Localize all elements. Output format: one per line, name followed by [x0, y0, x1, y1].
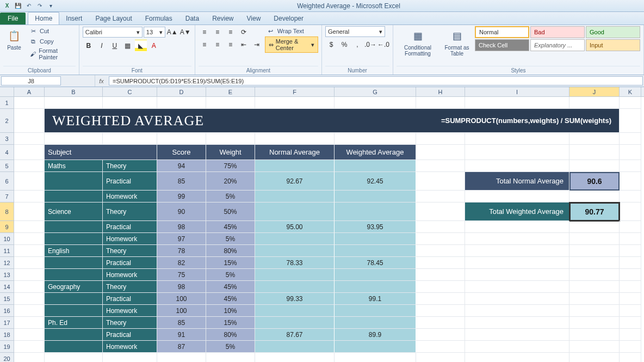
cell[interactable]: [14, 97, 45, 109]
align-middle-icon[interactable]: ≡: [212, 26, 224, 38]
style-explanatory[interactable]: Explanatory ...: [530, 39, 585, 51]
subject-type[interactable]: Practical: [103, 329, 157, 341]
cell[interactable]: [14, 160, 45, 172]
normal-avg-cell[interactable]: [255, 160, 335, 172]
cell[interactable]: [416, 305, 465, 317]
cell[interactable]: [416, 97, 465, 109]
subject-name[interactable]: [45, 221, 103, 233]
style-good[interactable]: Good: [586, 26, 640, 38]
normal-avg-cell[interactable]: 95.00: [255, 221, 335, 233]
row-header[interactable]: 18: [0, 329, 14, 341]
qat-more-icon[interactable]: ▾: [46, 2, 55, 10]
summary-normal-value[interactable]: 90.6: [569, 172, 620, 191]
font-color-button[interactable]: A: [148, 40, 160, 52]
subject-name[interactable]: [45, 269, 103, 281]
subject-name[interactable]: [45, 341, 103, 353]
cell[interactable]: [14, 329, 45, 341]
cell[interactable]: [157, 133, 206, 145]
row-header[interactable]: 7: [0, 191, 14, 203]
cell[interactable]: [14, 245, 45, 257]
currency-icon[interactable]: $: [325, 39, 337, 51]
cell[interactable]: [416, 269, 465, 281]
row-header[interactable]: 3: [0, 133, 14, 145]
subject-name[interactable]: [45, 293, 103, 305]
cell[interactable]: [465, 353, 569, 362]
weighted-avg-cell[interactable]: 99.1: [335, 293, 416, 305]
normal-avg-cell[interactable]: 99.33: [255, 293, 335, 305]
score-cell[interactable]: 100: [157, 305, 206, 317]
col-header[interactable]: G: [335, 87, 416, 96]
cell[interactable]: [14, 203, 45, 221]
subject-name[interactable]: English: [45, 245, 103, 257]
cell[interactable]: [206, 97, 255, 109]
score-cell[interactable]: 78: [157, 245, 206, 257]
cell[interactable]: [569, 97, 620, 109]
cell[interactable]: [620, 145, 641, 160]
table-header-subject[interactable]: Subject: [45, 145, 157, 160]
cell[interactable]: [620, 233, 641, 245]
decrease-decimal-icon[interactable]: ←.0: [377, 39, 389, 51]
tab-review[interactable]: Review: [206, 13, 240, 24]
subject-type[interactable]: Theory: [103, 281, 157, 293]
cell[interactable]: [14, 317, 45, 329]
format-painter-button[interactable]: 🖌Format Painter: [27, 47, 76, 61]
cell[interactable]: [416, 245, 465, 257]
row-header[interactable]: 1: [0, 97, 14, 109]
cell[interactable]: [465, 293, 569, 305]
tab-page-layout[interactable]: Page Layout: [89, 13, 138, 24]
normal-avg-cell[interactable]: [255, 191, 335, 203]
cell[interactable]: [569, 191, 620, 203]
cell[interactable]: [465, 281, 569, 293]
col-header[interactable]: J: [569, 87, 620, 96]
cell[interactable]: [206, 133, 255, 145]
cell[interactable]: [465, 160, 569, 172]
cell[interactable]: [620, 172, 641, 191]
cell[interactable]: [620, 203, 641, 221]
col-header[interactable]: D: [157, 87, 206, 96]
cell[interactable]: [157, 97, 206, 109]
score-cell[interactable]: 75: [157, 269, 206, 281]
cell[interactable]: [465, 145, 569, 160]
cell[interactable]: [14, 109, 45, 133]
cell[interactable]: [569, 133, 620, 145]
cell[interactable]: [620, 133, 641, 145]
cell[interactable]: [416, 133, 465, 145]
col-header[interactable]: I: [465, 87, 569, 96]
subject-name[interactable]: Science: [45, 203, 103, 221]
tab-formulas[interactable]: Formulas: [139, 13, 179, 24]
score-cell[interactable]: 82: [157, 257, 206, 269]
cell[interactable]: [255, 353, 335, 362]
cell[interactable]: [569, 341, 620, 353]
cell[interactable]: [620, 317, 641, 329]
cell[interactable]: [206, 353, 255, 362]
cell[interactable]: [14, 353, 45, 362]
underline-button[interactable]: U: [109, 40, 121, 52]
row-header[interactable]: 11: [0, 245, 14, 257]
weighted-avg-cell[interactable]: [335, 305, 416, 317]
score-cell[interactable]: 85: [157, 172, 206, 191]
subject-type[interactable]: Homework: [103, 233, 157, 245]
subject-type[interactable]: Practical: [103, 221, 157, 233]
col-header[interactable]: A: [14, 87, 45, 96]
increase-decimal-icon[interactable]: .0→: [364, 39, 376, 51]
style-normal[interactable]: Normal: [475, 26, 529, 38]
cell[interactable]: [45, 97, 103, 109]
normal-avg-cell[interactable]: [255, 203, 335, 221]
row-header[interactable]: 2: [0, 109, 14, 133]
cell[interactable]: [45, 353, 103, 362]
cell[interactable]: [14, 305, 45, 317]
weight-cell[interactable]: 5%: [206, 191, 255, 203]
subject-type[interactable]: Homework: [103, 191, 157, 203]
increase-font-icon[interactable]: A▲: [166, 26, 178, 38]
table-header-weight[interactable]: Weight: [206, 145, 255, 160]
cell[interactable]: [416, 221, 465, 233]
cell[interactable]: [620, 160, 641, 172]
row-header[interactable]: 14: [0, 281, 14, 293]
weight-cell[interactable]: 80%: [206, 329, 255, 341]
cell[interactable]: [620, 109, 641, 133]
align-right-icon[interactable]: ≡: [225, 39, 237, 51]
cell[interactable]: [569, 257, 620, 269]
weighted-avg-cell[interactable]: [335, 191, 416, 203]
cell[interactable]: [103, 353, 157, 362]
score-cell[interactable]: 94: [157, 160, 206, 172]
